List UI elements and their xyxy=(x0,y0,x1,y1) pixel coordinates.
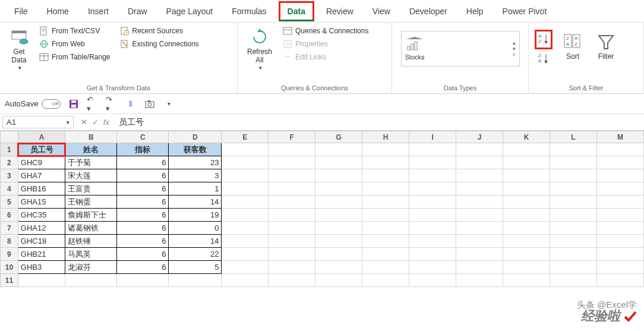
row-header-8[interactable]: 8 xyxy=(1,235,18,248)
cell-A4[interactable]: GHB16 xyxy=(18,182,65,196)
cell-L2[interactable] xyxy=(550,156,596,169)
cell-H2[interactable] xyxy=(362,156,409,169)
cell-J3[interactable] xyxy=(456,169,503,182)
cell-H4[interactable] xyxy=(362,182,409,196)
row-header-3[interactable]: 3 xyxy=(1,169,18,182)
camera-button[interactable] xyxy=(144,98,156,110)
column-header-G[interactable]: G xyxy=(315,131,362,143)
cell-A3[interactable]: GHA7 xyxy=(18,169,65,182)
cell-K6[interactable] xyxy=(503,209,550,222)
cell-M5[interactable] xyxy=(596,196,643,209)
cell-A8[interactable]: GHC18 xyxy=(18,235,65,248)
cell-G1[interactable] xyxy=(315,143,362,156)
stocks-data-type[interactable]: Stocks xyxy=(405,37,425,61)
cell-F4[interactable] xyxy=(269,182,315,196)
cell-D6[interactable]: 19 xyxy=(169,209,222,222)
cell-A1[interactable]: 员工号 xyxy=(18,143,65,156)
cell-H7[interactable] xyxy=(362,222,409,235)
autosave-toggle[interactable]: AutoSave Off xyxy=(5,99,61,109)
cell-D5[interactable]: 14 xyxy=(169,196,222,209)
row-header-2[interactable]: 2 xyxy=(1,156,18,169)
tab-file[interactable]: File xyxy=(7,3,35,20)
cell-K3[interactable] xyxy=(503,169,550,182)
cell-F5[interactable] xyxy=(269,196,315,209)
column-header-K[interactable]: K xyxy=(503,131,550,143)
cell-E1[interactable] xyxy=(222,143,269,156)
cell-B3[interactable]: 宋大莲 xyxy=(65,169,117,182)
cell-K7[interactable] xyxy=(503,222,550,235)
cell-B2[interactable]: 于予菊 xyxy=(65,156,117,169)
cell-K9[interactable] xyxy=(503,248,550,261)
row-header-10[interactable]: 10 xyxy=(1,261,18,274)
cell-I1[interactable] xyxy=(409,143,456,156)
cell-E6[interactable] xyxy=(222,209,269,222)
cell-D10[interactable]: 5 xyxy=(169,261,222,274)
cell-E9[interactable] xyxy=(222,248,269,261)
cell-G9[interactable] xyxy=(315,248,362,261)
cell-M11[interactable] xyxy=(596,274,643,287)
existing-connections-button[interactable]: Existing Connections xyxy=(118,38,201,50)
cell-I5[interactable] xyxy=(409,196,456,209)
cell-G2[interactable] xyxy=(315,156,362,169)
cell-D2[interactable]: 23 xyxy=(169,156,222,169)
column-header-C[interactable]: C xyxy=(117,131,169,143)
cell-G7[interactable] xyxy=(315,222,362,235)
touch-mode-button[interactable] xyxy=(125,98,137,110)
cell-D11[interactable] xyxy=(169,274,222,287)
cell-F6[interactable] xyxy=(269,209,315,222)
tab-review[interactable]: Review xyxy=(319,3,361,20)
cell-L5[interactable] xyxy=(550,196,596,209)
row-header-4[interactable]: 4 xyxy=(1,182,18,196)
cell-B6[interactable]: 詹姆斯下士 xyxy=(65,209,117,222)
cell-G6[interactable] xyxy=(315,209,362,222)
insert-function-button[interactable]: fx xyxy=(103,118,109,127)
row-header-6[interactable]: 6 xyxy=(1,209,18,222)
cell-K11[interactable] xyxy=(503,274,550,287)
column-header-D[interactable]: D xyxy=(169,131,222,143)
redo-button[interactable]: ↷ ▾ xyxy=(106,98,118,110)
cell-J2[interactable] xyxy=(456,156,503,169)
cell-E10[interactable] xyxy=(222,261,269,274)
cell-J11[interactable] xyxy=(456,274,503,287)
cell-E3[interactable] xyxy=(222,169,269,182)
tab-help[interactable]: Help xyxy=(459,3,491,20)
cell-B10[interactable]: 龙淑芬 xyxy=(65,261,117,274)
cell-D4[interactable]: 1 xyxy=(169,182,222,196)
cell-K5[interactable] xyxy=(503,196,550,209)
cell-B9[interactable]: 马凤英 xyxy=(65,248,117,261)
tab-formulas[interactable]: Formulas xyxy=(225,3,273,20)
cell-L8[interactable] xyxy=(550,235,596,248)
row-header-5[interactable]: 5 xyxy=(1,196,18,209)
recent-sources-button[interactable]: Recent Sources xyxy=(118,25,201,37)
column-header-E[interactable]: E xyxy=(222,131,269,143)
cell-F1[interactable] xyxy=(269,143,315,156)
sort-ascending-button[interactable]: AZ xyxy=(535,30,553,49)
cell-L7[interactable] xyxy=(550,222,596,235)
properties-button[interactable]: Properties xyxy=(280,38,371,50)
undo-button[interactable]: ↶ ▾ xyxy=(87,98,99,110)
cell-C4[interactable]: 6 xyxy=(117,182,169,196)
confirm-formula-button[interactable]: ✓ xyxy=(92,118,99,127)
cell-J10[interactable] xyxy=(456,261,503,274)
cell-A2[interactable]: GHC9 xyxy=(18,156,65,169)
cell-F10[interactable] xyxy=(269,261,315,274)
cell-L6[interactable] xyxy=(550,209,596,222)
cell-C7[interactable]: 6 xyxy=(117,222,169,235)
cell-A11[interactable] xyxy=(18,274,65,287)
cell-M9[interactable] xyxy=(596,248,643,261)
cell-I9[interactable] xyxy=(409,248,456,261)
cell-M1[interactable] xyxy=(596,143,643,156)
cell-E8[interactable] xyxy=(222,235,269,248)
cell-B5[interactable]: 王钢蛋 xyxy=(65,196,117,209)
sort-button[interactable]: ZAAZ Sort xyxy=(560,30,586,63)
cell-L10[interactable] xyxy=(550,261,596,274)
cell-E2[interactable] xyxy=(222,156,269,169)
cell-I3[interactable] xyxy=(409,169,456,182)
cell-J1[interactable] xyxy=(456,143,503,156)
cell-H8[interactable] xyxy=(362,235,409,248)
cell-J6[interactable] xyxy=(456,209,503,222)
cell-M2[interactable] xyxy=(596,156,643,169)
qat-customize[interactable]: ▾ xyxy=(163,98,175,110)
column-header-F[interactable]: F xyxy=(269,131,315,143)
cell-K4[interactable] xyxy=(503,182,550,196)
